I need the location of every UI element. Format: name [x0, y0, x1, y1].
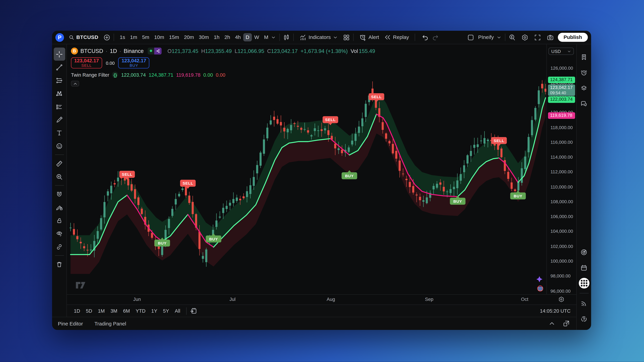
publish-button[interactable]: Publish: [558, 33, 588, 42]
indicators-button[interactable]: Indicators: [297, 33, 341, 42]
economic-calendar-button[interactable]: [580, 260, 588, 275]
month-label: Oct: [521, 297, 528, 302]
timeframe-2h[interactable]: 2h: [222, 33, 232, 41]
collapse-legend-button[interactable]: [71, 81, 79, 87]
currency-selector[interactable]: USD: [548, 47, 574, 55]
magnet-icon: [56, 191, 63, 198]
symbol-pair[interactable]: BTCUSD: [80, 48, 103, 54]
clock-utc[interactable]: 14:05:20 UTC: [540, 308, 572, 314]
forecast-tool[interactable]: [54, 100, 65, 113]
timeframe-1w[interactable]: W: [252, 33, 262, 41]
chat-button[interactable]: [580, 96, 588, 111]
time-axis[interactable]: JunJulAugSepOct: [67, 294, 576, 305]
settings-button[interactable]: [521, 34, 528, 41]
timeframe-1d-active[interactable]: D: [243, 33, 252, 41]
help-button[interactable]: [580, 311, 588, 327]
timeframe-20m[interactable]: 20m: [182, 33, 196, 41]
text-tool[interactable]: [54, 126, 65, 139]
rail-divider: [55, 255, 64, 256]
remove-drawings-tool[interactable]: [54, 258, 65, 271]
go-to-date-button[interactable]: [190, 307, 197, 314]
fib-retracement-tool[interactable]: [54, 74, 65, 87]
watchlist-button[interactable]: [580, 49, 588, 65]
hide-drawings-tool[interactable]: [54, 227, 65, 240]
timeframe-chevron-down-icon[interactable]: [271, 35, 276, 40]
range-6m[interactable]: 6M: [120, 306, 133, 315]
layout-name[interactable]: PIneify: [478, 34, 494, 40]
replay-button[interactable]: Replay: [382, 33, 412, 42]
zoom-in-tool[interactable]: [54, 170, 65, 183]
trend-line-tool[interactable]: [54, 61, 65, 74]
lock-all-tool[interactable]: [54, 214, 65, 227]
crosshair-tool[interactable]: [54, 47, 65, 61]
fullscreen-button[interactable]: [534, 34, 541, 41]
drawing-lock-tool[interactable]: [54, 201, 65, 214]
timeframe-1h[interactable]: 1h: [211, 33, 222, 41]
screener-button[interactable]: [580, 244, 588, 260]
symbol-exchange[interactable]: Binance: [124, 48, 144, 54]
timeframe-1mo[interactable]: M: [262, 33, 271, 41]
trading-panel-tab[interactable]: Trading Panel: [94, 321, 126, 327]
brush-tool[interactable]: [54, 113, 65, 126]
timeframe-15m[interactable]: 15m: [167, 33, 182, 41]
svg-text:BUY: BUY: [345, 174, 354, 178]
indicator-value: 122,003.74: [121, 72, 146, 78]
bottom-range-toolbar: 1D 5D 1M 3M 6M YTD 1Y 5Y All 14:05:20 UT…: [67, 305, 576, 317]
sparkle-event-icon[interactable]: [536, 276, 542, 282]
redo-button[interactable]: [432, 34, 439, 41]
indicators-chevron-down-icon: [333, 35, 338, 40]
price-tick: 100,000.00: [550, 259, 573, 264]
timeframe-1m[interactable]: 1m: [128, 33, 140, 41]
price-axis[interactable]: USD 126,000.00124,000.00122,000.00120,00…: [546, 44, 576, 294]
quick-search-button[interactable]: [509, 34, 516, 41]
indicator-templates-button[interactable]: [343, 34, 350, 41]
price-scale-settings-button[interactable]: [558, 296, 564, 302]
range-5d[interactable]: 5D: [83, 306, 95, 315]
rail-divider: [55, 185, 64, 186]
range-3m[interactable]: 3M: [108, 306, 120, 315]
pattern-tool[interactable]: [54, 87, 65, 100]
range-1d[interactable]: 1D: [71, 306, 83, 315]
app-logo[interactable]: P: [56, 33, 64, 41]
alerts-button[interactable]: [580, 65, 588, 80]
range-1y[interactable]: 1Y: [148, 306, 160, 315]
alert-button[interactable]: Alert: [357, 33, 382, 42]
symbol-resolution[interactable]: 1D: [110, 48, 117, 54]
pine-editor-tab[interactable]: Pine Editor: [58, 321, 83, 327]
range-5y[interactable]: 5Y: [160, 306, 172, 315]
timeframe-1s[interactable]: 1s: [117, 33, 128, 41]
timeframe-5m[interactable]: 5m: [140, 33, 152, 41]
search-icon: [69, 35, 74, 40]
maximize-panel-button[interactable]: [563, 320, 570, 327]
timeframe-4h[interactable]: 4h: [232, 33, 243, 41]
expand-panel-chevron-button[interactable]: [548, 320, 556, 327]
layout-button[interactable]: [467, 34, 474, 41]
apps-grid-icon: [578, 278, 589, 288]
layout-chevron-down-icon[interactable]: [496, 35, 502, 40]
flag-event-icon[interactable]: [538, 286, 543, 291]
timeframe-30m[interactable]: 30m: [196, 33, 211, 41]
trend-line-icon: [56, 64, 63, 71]
axis-badge: 122,003.74: [548, 96, 575, 103]
undo-button[interactable]: [422, 34, 429, 41]
compare-symbol-button[interactable]: [104, 34, 110, 41]
symbol-search-button[interactable]: BTCUSD: [66, 33, 101, 41]
plus-circle-icon: [104, 34, 110, 41]
range-ytd[interactable]: YTD: [133, 306, 148, 315]
buy-button[interactable]: 123,042.17 BUY: [118, 57, 150, 68]
chart-style-button[interactable]: [283, 34, 290, 41]
sell-button[interactable]: 123,042.17 SELL: [71, 57, 102, 68]
timeframe-10m[interactable]: 10m: [152, 33, 167, 41]
object-tree-button[interactable]: [580, 80, 588, 96]
market-status-pill[interactable]: [148, 47, 162, 54]
screenshot-button[interactable]: [547, 34, 554, 41]
range-all[interactable]: All: [172, 306, 183, 315]
indicator-legend-row[interactable]: Twin Range Filter {} 122,003.74 124,387.…: [71, 72, 375, 78]
emoji-tool[interactable]: [54, 139, 65, 152]
sync-drawings-tool[interactable]: [54, 240, 65, 253]
magnet-tool[interactable]: [54, 188, 65, 201]
data-feed-button[interactable]: [580, 295, 588, 311]
apps-button[interactable]: [578, 275, 589, 291]
measure-tool[interactable]: [54, 157, 65, 170]
range-1m[interactable]: 1M: [95, 306, 108, 315]
